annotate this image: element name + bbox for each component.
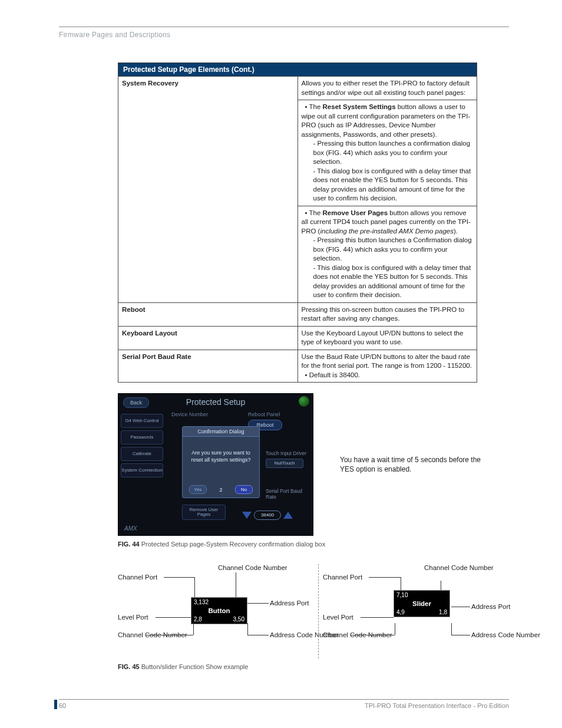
baud-rate-label: Serial Port Baud Rate [266,488,313,500]
lbl-channel-port: Channel Port [118,574,157,581]
btn-bl: 2,8 [194,616,202,622]
lbl-address-port: Address Port [270,599,309,607]
row-system-recovery-intro: Allows you to either reset the TPI-PRO t… [297,77,477,100]
sidebar-item-sysconn[interactable]: System Connection [121,463,163,477]
row-keyboard-text: Use the Keyboard Layout UP/DN buttons to… [297,326,477,350]
dialog-yes-button[interactable]: Yes [189,485,207,494]
lbl-ccn-right: Channel Code Number [218,564,287,571]
table-title: Protected Setup Page Elements (Cont.) [118,63,477,77]
row-reboot-label: Reboot [118,302,298,326]
row-keyboard-label: Keyboard Layout [118,326,298,350]
fig45-slider-diagram: Channel Port Level Port Channel Code Num… [318,564,501,658]
row-baud-text: Use the Baud Rate UP/DN buttons to alter… [297,350,477,383]
device-number-label: Device Number [171,411,208,417]
lbl-address-code-number: Address Code Number [471,631,540,638]
row-system-recovery-item1: The Reset System Settings button allows … [297,100,477,206]
sld-tl: 7,10 [396,592,408,598]
amx-logo: AMX [124,525,137,532]
remove-user-pages-button[interactable]: Remove User Pages [182,505,226,520]
dialog-message: Are you sure you want to reset all syste… [183,450,259,463]
baud-value: 38400 [254,510,281,520]
fig44-screenshot: Back Protected Setup G4 Web Control Pass… [118,393,313,536]
dialog-no-button[interactable]: No [235,485,253,494]
dialog-countdown: 2 [219,487,222,493]
sld-bl: 4,9 [396,609,405,615]
btn-mid: Button [191,607,247,614]
btn-tl: 3,132 [194,599,209,605]
fig44-note: You have a wait time of 5 seconds before… [340,455,481,474]
breadcrumb: Firmware Pages and Descriptions [59,31,509,39]
confirmation-dialog: Confirmation Dialog Are you sure you wan… [182,426,260,498]
fig45-caption: FIG. 45 Button/slider Function Show exam… [118,663,509,670]
lbl-level-port: Level Port [323,614,353,621]
touch-driver-label: Touch Input Driver [266,450,306,456]
page-footer: 60 TPI-PRO Total Presentation Interface … [59,699,509,709]
fig45-button-diagram: Channel Port Level Port Channel Code Num… [118,564,300,658]
touch-driver-value[interactable]: NullTouch [266,459,303,468]
sld-br: 1,8 [439,609,447,615]
row-system-recovery-item2: The Remove User Pages button allows you … [297,206,477,302]
lbl-channel-port: Channel Port [323,574,362,581]
lbl-address-port: Address Port [471,603,510,610]
sidebar-item-passwords[interactable]: Passwords [121,430,163,444]
row-system-recovery-label: System Recovery [118,77,298,303]
doc-title: TPI-PRO Total Presentation Interface - P… [365,702,509,709]
elements-table: Protected Setup Page Elements (Cont.) Sy… [118,62,477,383]
baud-up-icon[interactable] [283,512,293,519]
row-baud-label: Serial Port Baud Rate [118,350,298,383]
row-reboot-text: Pressing this on-screen button causes th… [297,302,477,326]
lbl-ccn-right: Channel Code Number [424,564,494,571]
lbl-level-port: Level Port [118,614,148,621]
page-number: 60 [59,702,66,709]
dialog-title: Confirmation Dialog [183,427,259,437]
reboot-panel-label: Reboot Panel [248,411,280,417]
sidebar-item-calibrate[interactable]: Calibrate [121,447,163,461]
sidebar-item-g4web[interactable]: G4 Web Control [121,414,163,428]
sld-mid: Slider [394,600,449,607]
fig44-title: Protected Setup [118,397,313,407]
btn-br: 3,50 [233,616,244,622]
fig44-caption: FIG. 44 Protected Setup page-System Reco… [118,541,509,548]
baud-down-icon[interactable] [242,512,252,519]
